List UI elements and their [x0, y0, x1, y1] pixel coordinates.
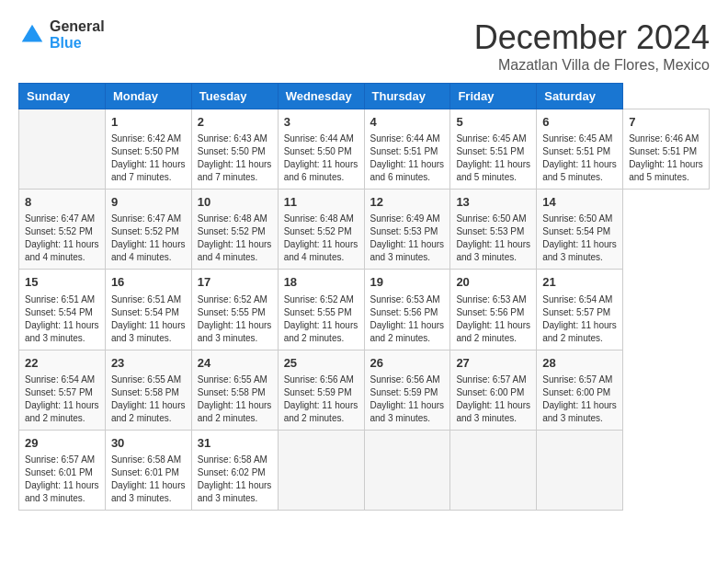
day-number: 21	[542, 274, 617, 291]
daylight-text: Daylight: 11 hours and 5 minutes.	[629, 159, 703, 182]
daylight-text: Daylight: 11 hours and 3 minutes.	[111, 320, 186, 343]
logo-text: General Blue	[50, 18, 105, 51]
sunrise-text: Sunrise: 6:42 AM	[111, 133, 181, 144]
daylight-text: Daylight: 11 hours and 2 minutes.	[456, 320, 530, 343]
calendar-header-tuesday: Tuesday	[191, 84, 278, 109]
calendar-header-row: SundayMondayTuesdayWednesdayThursdayFrid…	[19, 84, 710, 109]
title-area: December 2024 Mazatlan Villa de Flores, …	[474, 18, 710, 74]
calendar-week-row: 29Sunrise: 6:57 AMSunset: 6:01 PMDayligh…	[19, 430, 710, 510]
sunrise-text: Sunrise: 6:50 AM	[456, 213, 526, 224]
sunrise-text: Sunrise: 6:55 AM	[111, 374, 181, 385]
header: General Blue December 2024 Mazatlan Vill…	[18, 18, 710, 74]
calendar-cell: 1Sunrise: 6:42 AMSunset: 5:50 PMDaylight…	[105, 109, 191, 190]
calendar-cell: 29Sunrise: 6:57 AMSunset: 6:01 PMDayligh…	[19, 430, 106, 510]
sunrise-text: Sunrise: 6:53 AM	[370, 294, 440, 304]
logo-general-text: General	[50, 18, 105, 35]
sunset-text: Sunset: 5:53 PM	[456, 226, 524, 236]
calendar-header-saturday: Saturday	[537, 84, 623, 109]
sunrise-text: Sunrise: 6:47 AM	[25, 213, 95, 224]
day-number: 16	[111, 274, 186, 291]
day-number: 19	[370, 274, 445, 291]
sunset-text: Sunset: 5:52 PM	[25, 226, 93, 236]
sunset-text: Sunset: 5:51 PM	[629, 146, 697, 156]
daylight-text: Daylight: 11 hours and 3 minutes.	[198, 480, 272, 503]
day-number: 15	[25, 274, 99, 291]
sunrise-text: Sunrise: 6:58 AM	[198, 454, 267, 465]
calendar-week-row: 1Sunrise: 6:42 AMSunset: 5:50 PMDaylight…	[19, 109, 710, 190]
sunset-text: Sunset: 5:50 PM	[198, 146, 266, 156]
day-number: 25	[284, 355, 358, 372]
daylight-text: Daylight: 11 hours and 5 minutes.	[456, 159, 530, 182]
day-number: 27	[456, 355, 530, 372]
calendar-cell: 7Sunrise: 6:46 AMSunset: 5:51 PMDaylight…	[623, 109, 710, 190]
calendar-cell: 20Sunrise: 6:53 AMSunset: 5:56 PMDayligh…	[450, 270, 537, 350]
sunrise-text: Sunrise: 6:49 AM	[370, 213, 440, 224]
sunset-text: Sunset: 5:51 PM	[456, 146, 524, 156]
calendar-cell	[364, 430, 450, 510]
month-title: December 2024	[474, 18, 710, 57]
calendar-cell	[450, 430, 537, 510]
calendar-header-monday: Monday	[105, 84, 191, 109]
sunset-text: Sunset: 5:50 PM	[284, 146, 352, 156]
sunrise-text: Sunrise: 6:48 AM	[198, 213, 267, 224]
day-number: 9	[111, 194, 186, 211]
day-number: 1	[111, 114, 186, 131]
calendar-cell: 30Sunrise: 6:58 AMSunset: 6:01 PMDayligh…	[105, 430, 191, 510]
sunset-text: Sunset: 5:57 PM	[542, 307, 610, 317]
calendar-cell: 3Sunrise: 6:44 AMSunset: 5:50 PMDaylight…	[278, 109, 364, 190]
daylight-text: Daylight: 11 hours and 3 minutes.	[198, 320, 272, 343]
calendar-header-sunday: Sunday	[19, 84, 106, 109]
day-number: 13	[456, 194, 530, 211]
calendar-header-friday: Friday	[450, 84, 537, 109]
sunset-text: Sunset: 5:58 PM	[198, 387, 266, 397]
daylight-text: Daylight: 11 hours and 3 minutes.	[25, 320, 99, 343]
calendar-cell	[278, 430, 364, 510]
daylight-text: Daylight: 11 hours and 6 minutes.	[370, 159, 445, 182]
calendar-cell	[19, 109, 106, 190]
sunrise-text: Sunrise: 6:51 AM	[25, 294, 95, 304]
sunrise-text: Sunrise: 6:46 AM	[629, 133, 699, 144]
sunrise-text: Sunrise: 6:47 AM	[111, 213, 181, 224]
day-number: 30	[111, 435, 186, 452]
sunrise-text: Sunrise: 6:53 AM	[456, 294, 526, 304]
sunrise-text: Sunrise: 6:45 AM	[456, 133, 526, 144]
daylight-text: Daylight: 11 hours and 3 minutes.	[111, 480, 186, 503]
calendar-cell	[537, 430, 623, 510]
sunset-text: Sunset: 6:02 PM	[198, 467, 266, 477]
calendar-table: SundayMondayTuesdayWednesdayThursdayFrid…	[18, 83, 710, 511]
calendar-cell: 17Sunrise: 6:52 AMSunset: 5:55 PMDayligh…	[191, 270, 278, 350]
day-number: 24	[198, 355, 272, 372]
daylight-text: Daylight: 11 hours and 2 minutes.	[370, 320, 445, 343]
calendar-cell: 9Sunrise: 6:47 AMSunset: 5:52 PMDaylight…	[105, 190, 191, 270]
daylight-text: Daylight: 11 hours and 2 minutes.	[284, 400, 358, 423]
sunset-text: Sunset: 5:54 PM	[542, 226, 610, 236]
calendar-cell: 5Sunrise: 6:45 AMSunset: 5:51 PMDaylight…	[450, 109, 537, 190]
calendar-cell: 8Sunrise: 6:47 AMSunset: 5:52 PMDaylight…	[19, 190, 106, 270]
daylight-text: Daylight: 11 hours and 4 minutes.	[284, 239, 358, 262]
day-number: 4	[370, 114, 445, 131]
calendar-cell: 14Sunrise: 6:50 AMSunset: 5:54 PMDayligh…	[537, 190, 623, 270]
day-number: 2	[198, 114, 272, 131]
sunrise-text: Sunrise: 6:45 AM	[542, 133, 612, 144]
calendar-cell: 26Sunrise: 6:56 AMSunset: 5:59 PMDayligh…	[364, 350, 450, 430]
calendar-header-thursday: Thursday	[364, 84, 450, 109]
calendar-cell: 15Sunrise: 6:51 AMSunset: 5:54 PMDayligh…	[19, 270, 106, 350]
daylight-text: Daylight: 11 hours and 5 minutes.	[542, 159, 617, 182]
daylight-text: Daylight: 11 hours and 2 minutes.	[284, 320, 358, 343]
sunset-text: Sunset: 5:54 PM	[111, 307, 179, 317]
daylight-text: Daylight: 11 hours and 3 minutes.	[456, 239, 530, 262]
logo-blue-text: Blue	[50, 35, 105, 52]
daylight-text: Daylight: 11 hours and 3 minutes.	[542, 239, 617, 262]
calendar-cell: 24Sunrise: 6:55 AMSunset: 5:58 PMDayligh…	[191, 350, 278, 430]
sunrise-text: Sunrise: 6:56 AM	[284, 374, 354, 385]
sunset-text: Sunset: 5:59 PM	[284, 387, 352, 397]
calendar-cell: 13Sunrise: 6:50 AMSunset: 5:53 PMDayligh…	[450, 190, 537, 270]
sunrise-text: Sunrise: 6:58 AM	[111, 454, 181, 465]
day-number: 31	[198, 435, 272, 452]
daylight-text: Daylight: 11 hours and 3 minutes.	[370, 400, 445, 423]
sunrise-text: Sunrise: 6:57 AM	[542, 374, 612, 385]
day-number: 8	[25, 194, 99, 211]
sunset-text: Sunset: 5:57 PM	[25, 387, 93, 397]
sunset-text: Sunset: 5:50 PM	[111, 146, 179, 156]
daylight-text: Daylight: 11 hours and 4 minutes.	[111, 239, 186, 262]
